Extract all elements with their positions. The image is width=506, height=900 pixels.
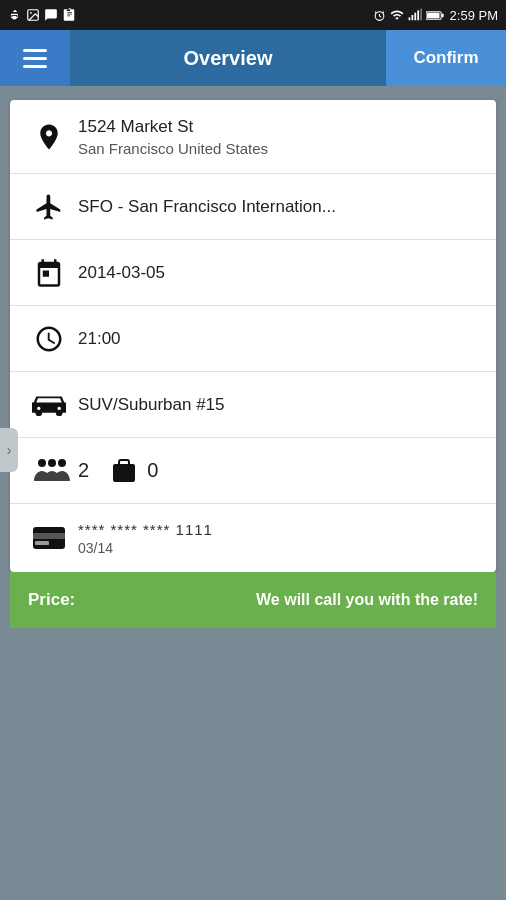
luggage-count: 0 [147,459,158,482]
main-content: 1524 Market St San Francisco United Stat… [0,86,506,642]
svg-rect-6 [417,10,419,20]
task-icon [62,8,76,22]
svg-rect-9 [427,12,439,18]
svg-rect-3 [408,17,410,20]
image-icon [26,8,40,22]
battery-icon [426,9,444,22]
price-value: We will call you with the rate! [75,591,478,609]
svg-rect-15 [122,466,126,478]
airport-row: SFO - San Francisco Internation... [10,174,496,240]
date-main: 2014-03-05 [78,262,482,284]
confirm-button[interactable]: Confirm [386,30,506,86]
airport-main: SFO - San Francisco Internation... [78,196,482,218]
luggage-item: 0 [109,458,158,484]
status-bar-left [8,8,76,22]
usb-icon [8,8,22,22]
status-bar-right: 2:59 PM [373,8,498,23]
clock-icon [24,324,74,354]
address-content: 1524 Market St San Francisco United Stat… [74,116,482,157]
airport-content: SFO - San Francisco Internation... [74,196,482,218]
svg-point-11 [38,459,46,467]
svg-point-12 [48,459,56,467]
time-main: 21:00 [78,328,482,350]
svg-rect-4 [411,15,413,20]
sidebar-handle[interactable]: › [0,428,18,472]
vehicle-content: SUV/Suburban #15 [74,394,482,416]
address-main: 1524 Market St [78,116,482,138]
date-row: 2014-03-05 [10,240,496,306]
luggage-icon [109,458,139,484]
svg-point-1 [30,12,32,14]
payment-row: **** **** **** 1111 03/14 [10,504,496,572]
people-icon [34,457,70,485]
chat-icon [44,8,58,22]
payment-number: **** **** **** 1111 [78,520,482,540]
overview-card: 1524 Market St San Francisco United Stat… [10,100,496,572]
time-content: 21:00 [74,328,482,350]
svg-rect-17 [33,533,65,539]
passengers-count: 2 [78,459,89,482]
wifi-icon [390,8,404,22]
svg-rect-10 [441,13,443,16]
page-title: Overview [70,47,386,70]
airplane-icon [24,192,74,222]
signal-icon [408,8,422,22]
time-row: 21:00 [10,306,496,372]
svg-rect-18 [35,541,49,545]
car-icon [24,391,74,419]
creditcard-icon [24,526,74,550]
address-sub: San Francisco United States [78,140,482,157]
payment-expiry: 03/14 [78,540,482,556]
address-row: 1524 Market St San Francisco United Stat… [10,100,496,174]
alarm-icon [373,9,386,22]
status-bar: 2:59 PM [0,0,506,30]
payment-content: **** **** **** 1111 03/14 [74,520,482,556]
status-time: 2:59 PM [450,8,498,23]
vehicle-main: SUV/Suburban #15 [78,394,482,416]
pin-icon [24,122,74,152]
price-label: Price: [28,590,75,610]
passengers-row: 2 0 [10,438,496,504]
navbar: Overview Confirm [0,30,506,86]
svg-rect-7 [420,9,422,21]
calendar-icon [24,258,74,288]
passengers-item: 2 [34,457,89,485]
date-content: 2014-03-05 [74,262,482,284]
svg-point-13 [58,459,66,467]
price-bar: Price: We will call you with the rate! [10,572,496,628]
hamburger-icon [23,49,47,68]
menu-button[interactable] [0,30,70,86]
chevron-right-icon: › [7,442,12,458]
vehicle-row: SUV/Suburban #15 [10,372,496,438]
svg-rect-5 [414,13,416,21]
